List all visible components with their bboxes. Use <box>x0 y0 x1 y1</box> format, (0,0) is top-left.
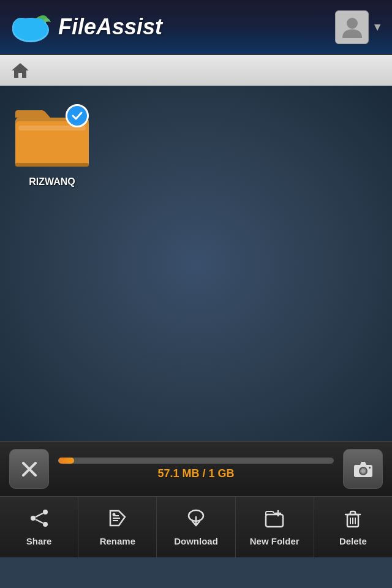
folder-item[interactable]: RIZWANQ <box>12 104 92 187</box>
share-label: Share <box>26 536 52 546</box>
download-icon <box>186 508 206 532</box>
cancel-button[interactable] <box>9 449 49 489</box>
logo-area: FileAssist <box>9 9 162 45</box>
status-bar: 57.1 MB / 1 GB <box>0 441 392 496</box>
svg-point-20 <box>31 516 36 521</box>
main-content: RIZWANQ <box>0 86 392 441</box>
svg-rect-9 <box>15 163 89 167</box>
rename-label: Rename <box>100 536 135 546</box>
download-label: Download <box>174 536 218 546</box>
folder-icon-container <box>12 104 92 172</box>
breadcrumb-bar <box>0 55 392 86</box>
storage-progress-track <box>58 458 334 464</box>
svg-point-4 <box>13 18 29 34</box>
svg-rect-29 <box>266 514 283 527</box>
bottom-toolbar: Share Rename <box>0 496 392 557</box>
dropdown-arrow-icon[interactable]: ▼ <box>372 21 383 34</box>
storage-area: 57.1 MB / 1 GB <box>58 458 334 480</box>
rename-button[interactable]: Rename <box>78 497 157 557</box>
camera-button[interactable] <box>343 449 383 489</box>
delete-label: Delete <box>339 536 367 546</box>
svg-line-22 <box>36 519 43 523</box>
new-folder-icon <box>265 508 284 532</box>
delete-button[interactable]: Delete <box>314 497 392 557</box>
selected-badge <box>66 104 89 127</box>
user-avatar-area[interactable]: ▼ <box>335 10 383 44</box>
svg-line-21 <box>36 513 43 517</box>
delete-icon <box>343 508 363 532</box>
svg-point-5 <box>32 18 45 32</box>
storage-text: 57.1 MB / 1 GB <box>157 467 234 480</box>
svg-rect-17 <box>369 467 371 469</box>
new-folder-label: New Folder <box>250 536 300 546</box>
app-header: FileAssist ▼ <box>0 0 392 55</box>
cloud-logo <box>9 9 52 45</box>
download-button[interactable]: Download <box>157 497 235 557</box>
rename-icon <box>108 508 127 532</box>
share-icon <box>29 508 49 532</box>
new-folder-button[interactable]: New Folder <box>236 497 314 557</box>
svg-point-18 <box>43 510 48 514</box>
app-title: FileAssist <box>58 14 162 40</box>
svg-point-16 <box>361 469 365 473</box>
svg-point-19 <box>43 522 48 527</box>
user-avatar[interactable] <box>335 10 369 44</box>
storage-progress-fill <box>58 458 74 464</box>
folder-name: RIZWANQ <box>29 176 75 187</box>
home-button[interactable] <box>9 59 31 81</box>
share-button[interactable]: Share <box>0 497 78 557</box>
svg-point-6 <box>347 18 358 29</box>
